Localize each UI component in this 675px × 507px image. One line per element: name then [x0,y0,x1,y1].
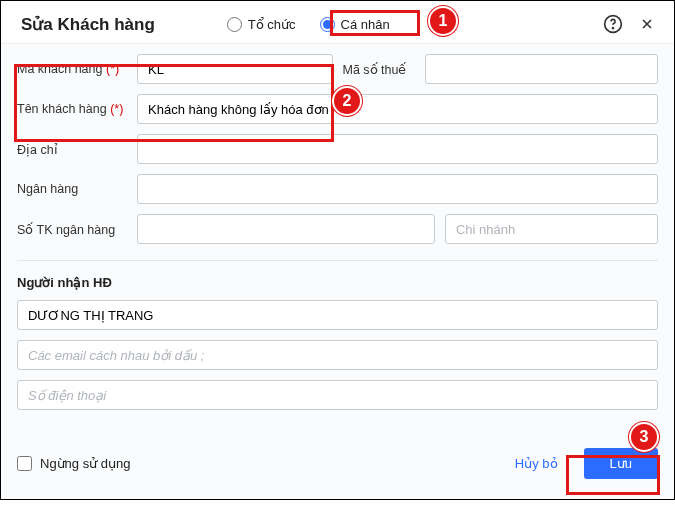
bank-account-input[interactable] [137,214,435,244]
help-icon[interactable] [602,13,624,35]
save-button[interactable]: Lưu [584,448,658,479]
tax-code-input[interactable] [425,54,659,84]
radio-personal[interactable]: Cá nhân [320,17,390,32]
annotation-marker-3: 3 [629,422,659,452]
edit-customer-modal: Sửa Khách hàng Tổ chức Cá nhân Mã khách … [0,0,675,500]
address-label: Địa chỉ [17,142,127,157]
tax-code-label: Mã số thuế [343,62,415,77]
stop-using-checkbox[interactable]: Ngừng sử dụng [17,456,131,471]
customer-name-input[interactable] [137,94,658,124]
radio-personal-label: Cá nhân [341,17,390,32]
bank-branch-input[interactable] [445,214,658,244]
modal-title: Sửa Khách hàng [21,14,155,35]
modal-header: Sửa Khách hàng Tổ chức Cá nhân [1,1,674,43]
cancel-button[interactable]: Hủy bỏ [501,448,572,479]
customer-code-label: Mã khách hàng (*) [17,62,127,76]
customer-type-radios: Tổ chức Cá nhân [227,17,390,32]
modal-footer: Ngừng sử dụng Hủy bỏ Lưu [1,436,674,499]
customer-code-input[interactable] [137,54,333,84]
recipient-section: Người nhận HĐ [17,260,658,420]
radio-organization[interactable]: Tổ chức [227,17,296,32]
annotation-marker-1: 1 [428,6,458,36]
radio-organization-input[interactable] [227,17,242,32]
radio-personal-input[interactable] [320,17,335,32]
close-icon[interactable] [636,13,658,35]
bank-account-label: Số TK ngân hàng [17,222,127,237]
recipient-title: Người nhận HĐ [17,275,658,290]
stop-using-checkbox-input[interactable] [17,456,32,471]
bank-label: Ngân hàng [17,182,127,196]
svg-point-1 [613,28,614,29]
bank-input[interactable] [137,174,658,204]
annotation-marker-2: 2 [332,86,362,116]
recipient-email-input[interactable] [17,340,658,370]
radio-organization-label: Tổ chức [248,17,296,32]
recipient-name-input[interactable] [17,300,658,330]
address-input[interactable] [137,134,658,164]
recipient-phone-input[interactable] [17,380,658,410]
stop-using-label: Ngừng sử dụng [40,456,131,471]
customer-name-label: Tên khách hàng (*) [17,102,127,116]
